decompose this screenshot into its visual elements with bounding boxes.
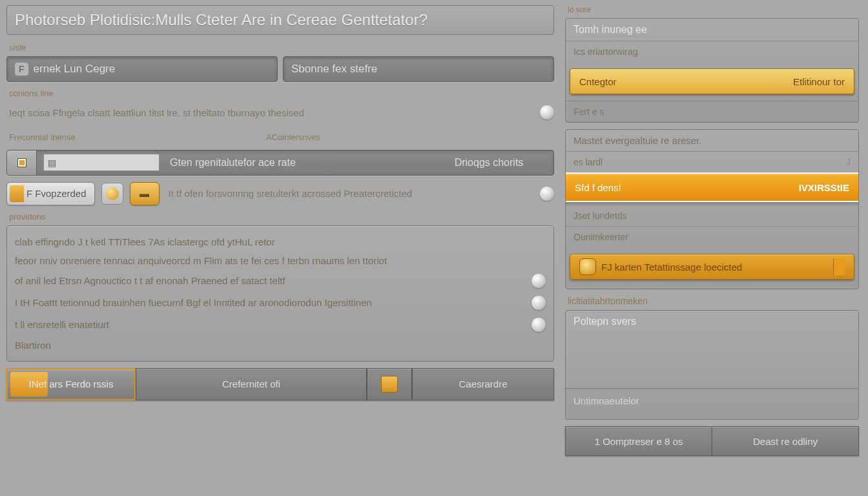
primary-btn-text: INet ars Ferdo rssis — [29, 378, 114, 389]
sp2-title: Mastet evergealtuie re areser. — [566, 130, 858, 151]
side-bottom-row: 1 Oomptreser e 8 os Deast re odliny — [565, 426, 859, 456]
panel-line-2: feoor nniv onreniere tennaci anquiveorcd… — [15, 251, 546, 270]
pill-a-text: F Fvopzerded — [26, 188, 87, 199]
doc-icon: ▤ — [48, 158, 56, 168]
options-panel: clab effingndo J t ketl TTiTlees 7As icl… — [6, 225, 554, 362]
sp2-bright-bar[interactable]: Sfd f dens! IVXIRSStIE — [565, 172, 859, 202]
input-right[interactable]: Sbonne fex stefre — [283, 56, 554, 82]
panel-line-6: Blartiron — [15, 336, 546, 355]
pill-gold-cap-icon — [10, 185, 24, 202]
side-top-small: lo sore — [568, 5, 856, 14]
panel-line-5: t ll ensretelli enatetiurt — [15, 314, 546, 336]
side-bottom-left-text: 1 Oomptreser e 8 os — [595, 436, 683, 447]
sp4-title: Poltepn svers — [566, 311, 858, 333]
section-label: sisle — [9, 43, 552, 52]
gold-square-icon: ▬ — [140, 188, 149, 199]
side-panel-1: Tomh inuneg ee Ics eriartorwirag Cntegto… — [565, 18, 859, 123]
selector-preview[interactable]: ▤ — [43, 154, 160, 171]
generate-button[interactable]: Crefernitet ofi — [136, 368, 367, 400]
sp2-bright-right: IVXIRSStIE — [799, 182, 849, 193]
title-text: Photorseb Plotidisic:Mulls Cteter Are in… — [15, 11, 428, 29]
sp2-row3: Ounimkeerter — [566, 226, 858, 247]
input-left[interactable]: F ernek Lun Cegre — [6, 56, 278, 82]
radio-option-2[interactable] — [540, 187, 554, 201]
sp2-gold2-text: FJ karten Tetattinssage loecicted — [601, 262, 742, 273]
sp2-row1-count: J — [846, 157, 851, 167]
generate-btn-text: Crefernitet ofi — [222, 378, 280, 389]
sp2-bright-left: Sfd f dens! — [575, 182, 621, 193]
sp2-row2: Jset lundetds — [566, 205, 858, 226]
radio-option-4[interactable] — [532, 296, 546, 310]
options-desc: Ieqt scisa Ffngela clsatt leattliun tits… — [9, 106, 531, 121]
page-title: Photorseb Plotidisic:Mulls Cteter Are in… — [6, 5, 554, 35]
panel-line-4: I tH Foattt tetionnud brauinhen fuecurnf… — [15, 292, 546, 314]
recom-left-label: Freconnial inense — [9, 132, 254, 142]
gold-square-button[interactable] — [367, 368, 412, 400]
input-right-text: Sbonne fex stefre — [291, 63, 377, 76]
radio-option-3[interactable] — [532, 274, 546, 288]
panel-line-3: of anil led Etrsn Agnouctico t t af enon… — [15, 270, 546, 292]
sp3-title: licltiatitahrtonmeken — [568, 296, 856, 306]
sp1-gold-right: Etlitinour tor — [793, 76, 845, 87]
gold-disc-icon — [106, 187, 119, 200]
main-bottom-row: INet ars Ferdo rssis Crefernitet ofi Cae… — [6, 368, 554, 400]
side-panel-4: Poltepn svers Untimnaeutelor — [565, 310, 859, 420]
radio-option-1[interactable] — [540, 105, 554, 119]
pill-feature-a[interactable]: F Fvopzerded — [6, 182, 95, 205]
options-label: conions ilne — [9, 88, 552, 98]
side-bottom-right-text: Deast re odliny — [753, 436, 818, 447]
gold-square-icon — [381, 376, 398, 393]
sp1-gold-left: Cntegtor — [579, 76, 617, 87]
selector-text: Gten rgenitalutefor ace rate — [160, 157, 424, 169]
radio-option-5[interactable] — [532, 318, 546, 332]
side-bottom-right-button[interactable]: Deast re odliny — [712, 426, 859, 456]
side-bottom-left-button[interactable]: 1 Oomptreser e 8 os — [565, 426, 712, 456]
side-panel-2: Mastet evergealtuie re areser. es lardl … — [565, 129, 859, 289]
recom-right-label: ACoinlersnves — [266, 132, 320, 142]
primary-action-button[interactable]: INet ars Ferdo rssis — [6, 368, 136, 400]
sp1-gold-bar[interactable]: Cntegtor Etlitinour tor — [570, 68, 854, 94]
input-tag-icon: F — [15, 63, 28, 76]
sp4-input-label: Untimnaeutelor — [574, 395, 639, 406]
sp4-input[interactable]: Untimnaeutelor — [566, 388, 858, 419]
sp1-title: Tomh inuneg ee — [566, 19, 858, 41]
sp1-row: Ics eriartorwirag — [566, 41, 858, 62]
pill-desc: It tf ofen forsvonring sretulterkt acros… — [169, 187, 531, 202]
selector-right: Drioqgs chorits — [424, 157, 553, 169]
panel-header-label: providons — [9, 212, 552, 222]
panel-line-1: clab effingndo J t ketl TTiTlees 7As icl… — [15, 232, 546, 251]
sp2-gold-bar-2[interactable]: FJ karten Tetattinssage loecicted — [570, 254, 854, 280]
chevron-right-icon — [833, 258, 845, 275]
input-left-text: ernek Lun Cegre — [34, 63, 116, 76]
selector-checkbox[interactable] — [7, 150, 37, 175]
sp1-foot: Fert e s — [566, 101, 858, 122]
crown-icon — [579, 258, 596, 275]
pill-gold-square[interactable]: ▬ — [130, 182, 160, 205]
cancel-button[interactable]: Caesrardre — [412, 368, 554, 400]
selector-row[interactable]: ▤ Gten rgenitalutefor ace rate Drioqgs c… — [6, 150, 554, 176]
pill-disc[interactable] — [101, 183, 123, 205]
sp2-row1: es lardl J — [566, 151, 858, 172]
cancel-btn-text: Caesrardre — [459, 378, 507, 389]
